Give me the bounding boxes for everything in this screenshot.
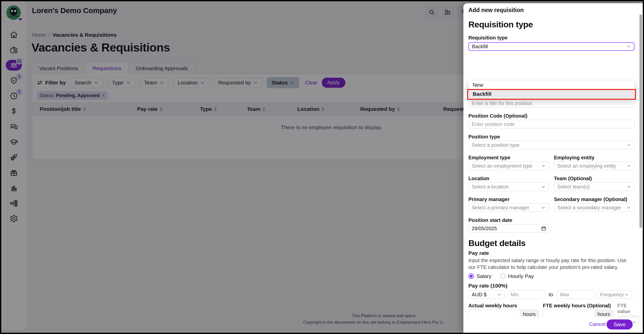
option-new[interactable]: New <box>469 80 634 89</box>
salary-radio[interactable]: Salary <box>468 273 492 279</box>
pay-max-input[interactable] <box>557 290 594 299</box>
secondary-manager-select[interactable]: Select a secondary manager <box>554 203 634 212</box>
add-requisition-drawer: Add new requisition Requisition type Req… <box>463 3 643 333</box>
team-field: Team (Optional) Select team(s) <box>554 176 634 191</box>
position-type-field: Position type Select a position type <box>468 134 634 149</box>
chevron-down-icon <box>497 292 502 297</box>
employment-type-select[interactable]: Select an employment type <box>468 162 549 170</box>
pay-type-radios: Salary Hourly Pay <box>468 273 634 280</box>
pay-rate-description: Input the expected salary range or hourl… <box>468 257 634 271</box>
chevron-down-icon <box>632 320 637 324</box>
save-button[interactable]: Save <box>607 319 633 329</box>
employing-entity-select[interactable]: Select an employing entity <box>554 162 634 170</box>
employment-type-field: Employment type Select an employment typ… <box>468 155 549 170</box>
option-backfill[interactable]: Backfill <box>469 89 634 99</box>
cancel-button[interactable]: Cancel <box>589 321 606 327</box>
frequency-select[interactable]: Frequency <box>597 290 632 299</box>
start-date-input[interactable] <box>468 224 549 233</box>
calendar-icon[interactable] <box>541 226 546 231</box>
secondary-manager-field: Secondary manager (Optional) Select a se… <box>554 197 634 212</box>
chevron-down-icon <box>541 205 546 210</box>
requisition-type-label: Requisition type <box>468 35 634 41</box>
radio-unselected-icon <box>500 273 506 279</box>
chevron-down-icon <box>624 292 629 297</box>
start-date-field: Position start date <box>468 217 634 233</box>
requisition-type-select[interactable]: Backfill <box>468 42 634 51</box>
radio-selected-icon <box>468 273 474 279</box>
chevron-down-icon <box>627 184 631 189</box>
position-code-field: Position Code (Optional) <box>468 113 634 128</box>
chevron-down-icon <box>627 143 631 147</box>
employing-entity-field: Employing entity Select an employing ent… <box>554 155 634 170</box>
chevron-down-icon <box>541 164 546 168</box>
position-type-select[interactable]: Select a position type <box>468 141 634 149</box>
pay-rate-row: AUD $ to Frequency <box>468 290 634 299</box>
chevron-down-icon <box>627 205 631 210</box>
requisition-type-dropdown: New Backfill <box>468 80 634 99</box>
section-budget-details: Budget details <box>468 238 634 248</box>
position-title-input[interactable] <box>468 99 634 108</box>
primary-manager-field: Primary manager Select a primary manager <box>468 197 549 212</box>
team-select[interactable]: Select team(s) <box>554 182 634 191</box>
app-window: employmenthero 22 1 1 <box>0 0 644 334</box>
pay-rate-label: Pay rate <box>468 250 634 256</box>
drawer-footer: Cancel Save <box>463 317 643 333</box>
drawer-body: Add new requisition Requisition type Req… <box>468 7 634 334</box>
primary-manager-select[interactable]: Select a primary manager <box>468 203 549 212</box>
chevron-down-icon <box>627 164 631 168</box>
location-field: Location Select a location <box>468 176 549 191</box>
pay-rate-pct-label: Pay rate (100%) <box>468 283 634 289</box>
location-select[interactable]: Select a location <box>468 182 549 191</box>
currency-select[interactable]: AUD $ <box>468 290 505 299</box>
chevron-up-icon <box>626 44 631 49</box>
pay-min-input[interactable] <box>507 290 545 299</box>
to-label: to <box>548 292 554 298</box>
section-requisition-type: Requisition type <box>468 20 634 29</box>
hourly-pay-radio[interactable]: Hourly Pay <box>500 273 534 279</box>
chevron-down-icon <box>541 184 546 189</box>
drawer-scrollbar[interactable] <box>639 14 642 228</box>
position-code-input[interactable] <box>468 120 634 128</box>
drawer-title: Add new requisition <box>468 7 634 14</box>
